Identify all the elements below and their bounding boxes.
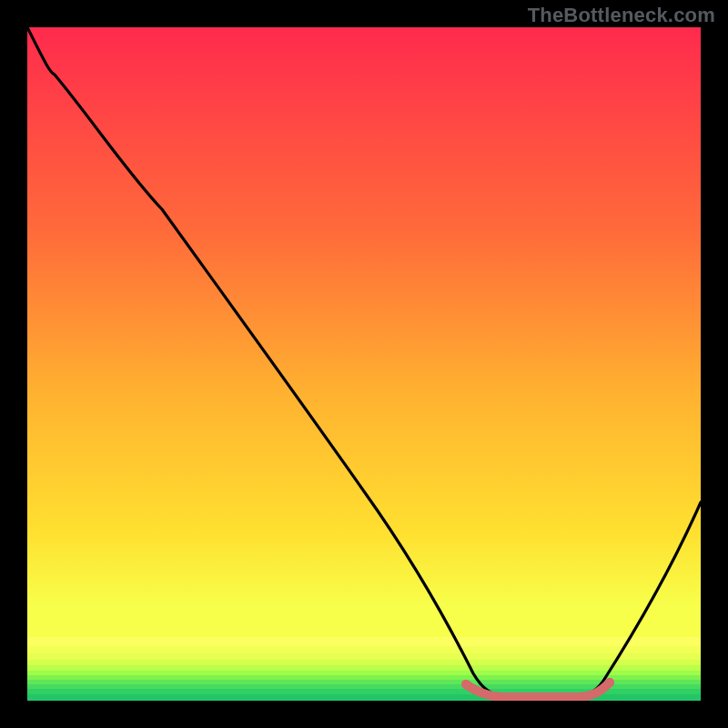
svg-rect-3 [27, 653, 701, 660]
highlight-start-dot [461, 680, 470, 689]
svg-rect-1 [27, 637, 701, 646]
highlight-end-dot [605, 678, 614, 687]
svg-rect-2 [27, 646, 701, 653]
watermark-text: TheBottleneck.com [528, 4, 715, 27]
chart-frame: TheBottleneck.com [0, 0, 728, 728]
svg-rect-5 [27, 665, 701, 671]
svg-rect-4 [27, 660, 701, 665]
svg-rect-7 [27, 675, 701, 680]
gradient-background [27, 27, 701, 701]
bottleneck-chart [0, 0, 728, 728]
svg-rect-6 [27, 671, 701, 675]
